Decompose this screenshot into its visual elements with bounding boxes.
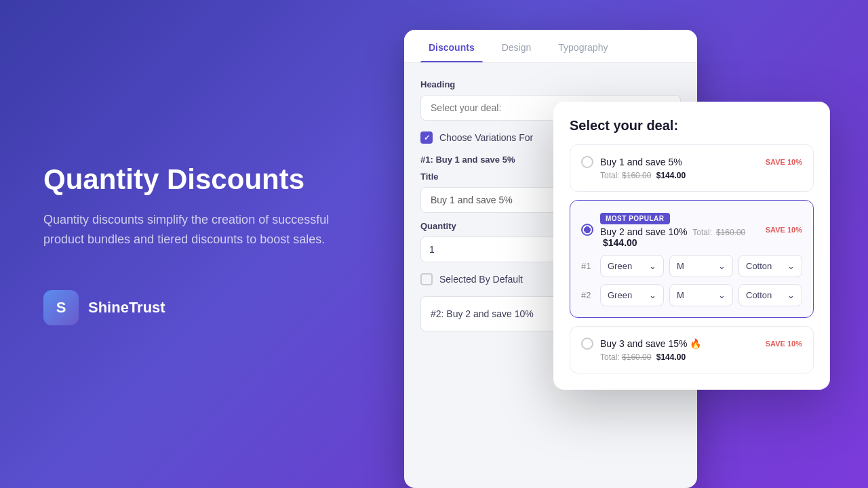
deal-option-2[interactable]: MOST POPULAR Buy 2 and save 10% Total: $… (570, 200, 814, 318)
most-popular-badge: MOST POPULAR (600, 213, 670, 224)
quantity-label: Quantity (420, 221, 573, 231)
deal-option-1[interactable]: Buy 1 and save 5% SAVE 10% Total: $160.0… (570, 144, 814, 192)
variation-1-num: #1 (581, 261, 595, 271)
variation-1-color[interactable]: Green ⌄ (600, 255, 664, 277)
deal-option-2-name: Buy 2 and save 10% Total: $160.00 $144.0… (600, 226, 759, 248)
chevron-down-icon: ⌄ (649, 290, 656, 300)
deal-option-3-total: Total: $160.00 $144.00 (581, 352, 802, 362)
brand-section: S ShineTrust (43, 290, 342, 325)
quantity-input[interactable] (421, 237, 556, 262)
section2-label: #2: Buy 2 and save 10% (431, 308, 534, 319)
deal-option-2-radio (581, 224, 593, 236)
deal-option-3-discounted: $144.00 (656, 352, 686, 362)
deal-option-1-name: Buy 1 and save 5% (600, 157, 759, 167)
tab-discounts[interactable]: Discounts (420, 30, 483, 62)
variation-row-1: #1 Green ⌄ M ⌄ Cotton ⌄ (581, 255, 802, 277)
deal-option-2-info: MOST POPULAR Buy 2 and save 10% Total: $… (600, 211, 759, 248)
chevron-down-icon: ⌄ (787, 261, 795, 271)
choose-variations-label: Choose Variations For (439, 132, 533, 143)
popup-title: Select your deal: (570, 118, 814, 134)
quantity-input-wrap: ▲ ▼ (420, 237, 573, 262)
main-description: Quantity discounts simplify the creation… (43, 210, 342, 249)
left-section: Quantity Discounts Quantity discounts si… (43, 163, 342, 325)
chevron-down-icon: ⌄ (718, 261, 726, 271)
chevron-down-icon: ⌄ (787, 290, 795, 300)
brand-name: ShineTrust (88, 299, 165, 317)
deal-option-1-info: Buy 1 and save 5% (600, 157, 759, 167)
variation-2-num: #2 (581, 290, 595, 300)
tabs-bar: Discounts Design Typography (404, 30, 697, 63)
tab-typography[interactable]: Typography (550, 30, 616, 62)
main-title: Quantity Discounts (43, 163, 342, 197)
deal-option-1-radio (581, 156, 593, 168)
selected-default-label: Selected By Default (439, 274, 523, 285)
heading-label: Heading (420, 79, 681, 89)
variation-1-size[interactable]: M ⌄ (669, 255, 733, 277)
choose-variations-checkbox[interactable] (420, 131, 433, 144)
selected-default-checkbox[interactable] (420, 273, 433, 285)
deal-option-3[interactable]: Buy 3 and save 15% 🔥 SAVE 10% Total: $16… (570, 326, 814, 373)
brand-initial: S (56, 299, 66, 317)
deal-option-1-save: SAVE 10% (766, 158, 802, 166)
popup-panel: Select your deal: Buy 1 and save 5% SAVE… (553, 102, 830, 390)
variation-2-size[interactable]: M ⌄ (669, 284, 733, 306)
deal-option-1-total: Total: $160.00 $144.00 (581, 171, 802, 180)
deal-option-3-info: Buy 3 and save 15% 🔥 (600, 338, 759, 349)
brand-logo: S (43, 290, 79, 325)
variation-2-material[interactable]: Cotton ⌄ (738, 284, 802, 306)
variation-row-2: #2 Green ⌄ M ⌄ Cotton ⌄ (581, 284, 802, 306)
deal-option-2-save: SAVE 10% (766, 226, 802, 234)
deal-option-3-original: $160.00 (622, 352, 651, 362)
deal-option-1-header: Buy 1 and save 5% SAVE 10% (581, 156, 802, 168)
deal-option-3-radio (581, 338, 593, 350)
tab-design[interactable]: Design (494, 30, 540, 62)
deal-option-3-save: SAVE 10% (766, 340, 802, 348)
deal-option-3-total-label: Total: (600, 352, 620, 362)
deal-option-1-discounted: $144.00 (656, 171, 686, 180)
deal-option-3-header: Buy 3 and save 15% 🔥 SAVE 10% (581, 338, 802, 350)
deal-option-3-name: Buy 3 and save 15% 🔥 (600, 338, 759, 349)
deal-option-1-original: $160.00 (622, 171, 651, 180)
variation-2-color[interactable]: Green ⌄ (600, 284, 664, 306)
deal-option-2-header: MOST POPULAR Buy 2 and save 10% Total: $… (581, 211, 802, 248)
chevron-down-icon: ⌄ (649, 261, 656, 271)
chevron-down-icon: ⌄ (718, 290, 726, 300)
variation-1-material[interactable]: Cotton ⌄ (738, 255, 802, 277)
deal-option-1-total-label: Total: (600, 171, 620, 180)
